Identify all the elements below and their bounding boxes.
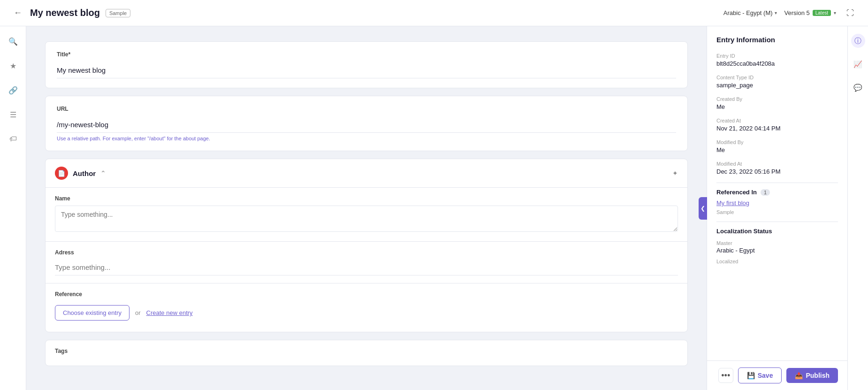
entry-id-value: blt8d25cca0ba4f208a [716, 60, 838, 67]
page-title: My newest blog [30, 8, 100, 18]
reference-field: Reference Choose existing entry or Creat… [46, 283, 687, 332]
url-hint: Use a relative path. For example, enter … [57, 136, 676, 141]
header-right: Arabic - Egypt (M) ▾ Version 5 Latest ▾ … [723, 7, 857, 20]
referenced-in-title: Referenced In [716, 189, 757, 196]
author-title: Author [73, 169, 96, 177]
right-icon-strip: ⓘ 📈 💬 [847, 26, 868, 390]
localized-group: Localized [716, 259, 838, 264]
header-left: ← My newest blog Sample [11, 7, 130, 20]
master-value: Arabic - Egypt [716, 247, 838, 254]
main-layout: 🔍 ★ 🔗 ☰ 🏷 Title* URL Use a relative path… [0, 26, 868, 390]
url-section: URL Use a relative path. For example, en… [45, 96, 688, 151]
expand-button[interactable]: ⛶ [844, 7, 857, 20]
locale-label: Arabic - Egypt (M) [723, 9, 773, 16]
panel-footer: ••• 💾 Save 📤 Publish [707, 360, 847, 390]
layers-icon[interactable]: ☰ [6, 107, 21, 122]
create-entry-button[interactable]: Create new entry [146, 309, 193, 316]
created-by-group: Created By Me [716, 96, 838, 110]
content-type-id-label: Content Type ID [716, 75, 838, 80]
sample-badge: Sample [106, 9, 130, 17]
star-icon[interactable]: ★ [6, 58, 21, 73]
save-button[interactable]: 💾 Save [738, 367, 782, 383]
modified-by-value: Me [716, 146, 838, 153]
locale-chevron-icon: ▾ [775, 10, 777, 15]
ref-tag: Sample [716, 209, 734, 215]
divider-1 [716, 183, 838, 183]
title-section: Title* [45, 41, 688, 88]
master-group: Master Arabic - Egypt [716, 240, 838, 254]
save-label: Save [758, 372, 773, 379]
created-by-value: Me [716, 103, 838, 110]
activity-icon[interactable]: 📈 [851, 57, 865, 71]
author-header: 📄 Author ⌃ ✦ [46, 159, 687, 188]
url-label: URL [57, 106, 676, 112]
or-text: or [135, 309, 141, 316]
choose-entry-button[interactable]: Choose existing entry [55, 305, 129, 321]
more-options-button[interactable]: ••• [718, 368, 733, 383]
address-field: Adress [46, 242, 687, 283]
publish-icon: 📤 [795, 372, 803, 379]
reference-row: Choose existing entry or Create new entr… [55, 301, 678, 324]
left-sidebar: 🔍 ★ 🔗 ☰ 🏷 [0, 26, 26, 390]
search-icon[interactable]: 🔍 [6, 34, 21, 49]
author-section: 📄 Author ⌃ ✦ Name Adress [45, 159, 688, 332]
created-at-value: Nov 21, 2022 04:14 PM [716, 125, 838, 132]
master-label: Master [716, 240, 838, 246]
created-at-label: Created At [716, 118, 838, 123]
save-icon: 💾 [747, 372, 755, 379]
created-by-label: Created By [716, 96, 838, 102]
name-field: Name [46, 188, 687, 242]
entry-id-group: Entry ID blt8d25cca0ba4f208a [716, 53, 838, 67]
author-icon: 📄 [55, 167, 68, 180]
author-header-right: ✦ [672, 169, 678, 177]
name-input[interactable] [55, 206, 678, 232]
content-type-id-group: Content Type ID sample_page [716, 75, 838, 89]
publish-button[interactable]: 📤 Publish [786, 368, 838, 383]
panel-title: Entry Information [716, 36, 838, 44]
version-selector[interactable]: Version 5 Latest ▾ [784, 9, 836, 16]
content-type-id-value: sample_page [716, 82, 838, 89]
name-label: Name [55, 195, 678, 202]
content-area: Title* URL Use a relative path. For exam… [26, 26, 707, 390]
back-button[interactable]: ← [11, 7, 24, 20]
created-at-group: Created At Nov 21, 2022 04:14 PM [716, 118, 838, 132]
modified-at-label: Modified At [716, 161, 838, 167]
latest-tag: Latest [813, 10, 831, 16]
publish-label: Publish [806, 372, 830, 379]
version-chevron-icon: ▾ [834, 10, 836, 15]
entry-id-label: Entry ID [716, 53, 838, 59]
version-label: Version 5 [784, 9, 810, 16]
divider-2 [716, 222, 838, 222]
tags-label: Tags [55, 348, 678, 354]
author-expand-icon[interactable]: ✦ [672, 169, 678, 177]
title-input[interactable] [57, 62, 676, 78]
address-label: Adress [55, 249, 678, 256]
address-input[interactable] [55, 260, 678, 275]
panel-content: Entry Information Entry ID blt8d25cca0ba… [707, 26, 847, 360]
right-panel: ❮ Entry Information Entry ID blt8d25cca0… [707, 26, 847, 390]
modified-by-group: Modified By Me [716, 139, 838, 153]
localization-title: Localization Status [716, 228, 838, 235]
ref-link[interactable]: My first blog [716, 199, 838, 206]
url-input[interactable] [57, 117, 676, 133]
locale-selector[interactable]: Arabic - Egypt (M) ▾ [723, 9, 777, 16]
comments-icon[interactable]: 💬 [851, 81, 865, 95]
author-header-left: 📄 Author ⌃ [55, 167, 106, 180]
panel-toggle-button[interactable]: ❮ [699, 197, 707, 220]
localized-label: Localized [716, 259, 838, 264]
title-label: Title* [57, 51, 676, 58]
tag-icon[interactable]: 🏷 [6, 131, 21, 146]
top-header: ← My newest blog Sample Arabic - Egypt (… [0, 0, 868, 26]
referenced-in-count: 1 [761, 189, 770, 196]
modified-at-value: Dec 23, 2022 05:16 PM [716, 168, 838, 175]
author-body: Name Adress Reference Choose existing en… [46, 188, 687, 332]
modified-by-label: Modified By [716, 139, 838, 145]
modified-at-group: Modified At Dec 23, 2022 05:16 PM [716, 161, 838, 175]
link-icon[interactable]: 🔗 [6, 83, 21, 98]
referenced-in-header: Referenced In 1 [716, 189, 838, 196]
info-icon[interactable]: ⓘ [851, 34, 865, 48]
reference-label: Reference [55, 291, 678, 298]
tags-section: Tags [45, 340, 688, 366]
author-collapse-icon[interactable]: ⌃ [100, 169, 106, 177]
